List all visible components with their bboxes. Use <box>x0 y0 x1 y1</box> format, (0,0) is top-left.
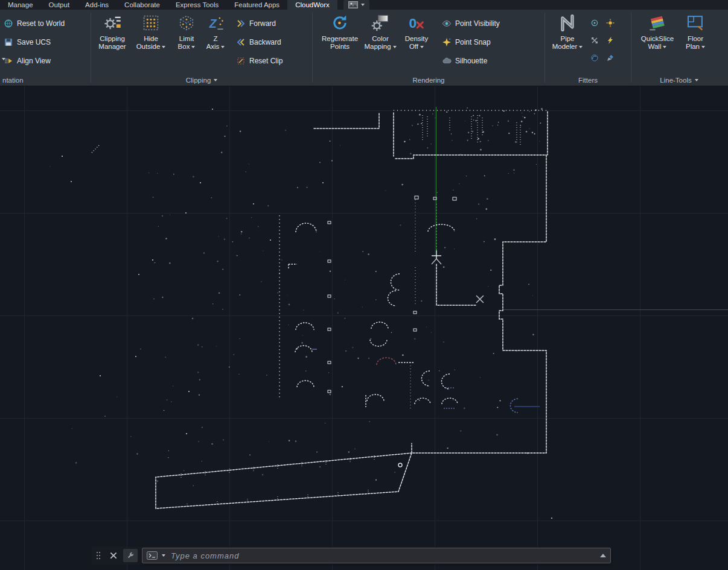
limit-box-icon <box>177 13 196 33</box>
chevron-down-icon <box>221 46 225 48</box>
color-mapping-icon <box>371 13 390 33</box>
forward-button[interactable]: Forward <box>232 17 286 30</box>
ribbon-tab-bar: Manage Output Add-ins Collaborate Expres… <box>0 0 728 10</box>
chevron-down-icon <box>579 46 583 48</box>
fit-point-icon <box>590 19 599 27</box>
tab-add-ins[interactable]: Add-ins <box>77 0 117 10</box>
ribbon-group-orientation: Reset to World Save UCS Align View ntati… <box>0 10 91 86</box>
point-snap-icon <box>442 37 452 47</box>
line-tools-group-label[interactable]: Line-Tools <box>631 74 727 86</box>
customize-wrench-icon[interactable] <box>123 549 138 562</box>
fit-lightning-icon <box>606 36 615 45</box>
pipe-modeler-button[interactable]: Pipe Modeler <box>550 10 585 74</box>
command-input-bar[interactable] <box>142 548 611 563</box>
dock-grip-icon[interactable] <box>93 549 104 562</box>
drawing-viewport[interactable] <box>0 86 728 570</box>
picture-icon <box>348 1 358 8</box>
color-mapping-button[interactable]: Color Mapping <box>361 10 400 74</box>
reset-clip-button[interactable]: Reset Clip <box>232 54 286 68</box>
tab-manage[interactable]: Manage <box>0 0 41 10</box>
svg-text:Z: Z <box>209 17 217 30</box>
tab-featured-apps[interactable]: Featured Apps <box>226 0 287 10</box>
silhouette-button[interactable]: Silhouette <box>438 54 503 68</box>
forward-icon <box>236 19 246 28</box>
ribbon-group-clipping: Clipping Manager Hide Outside Limit Box … <box>91 10 312 86</box>
fit-sun-button[interactable] <box>603 14 618 31</box>
command-line-dock <box>92 546 612 565</box>
ribbon-group-fitters: Pipe Modeler Fitters <box>545 10 631 86</box>
tab-cloudworx[interactable]: CloudWorx <box>287 0 337 10</box>
fit-lightning-button[interactable] <box>603 32 618 48</box>
density-off-button[interactable]: 0 Density Off <box>400 10 433 74</box>
fit-pencil-icon <box>606 54 615 62</box>
fitters-group-label: Fitters <box>545 74 631 86</box>
z-axis-icon: Z <box>206 13 225 33</box>
save-ucs-icon <box>4 37 13 47</box>
fit-sphere-button[interactable] <box>587 49 602 66</box>
silhouette-icon <box>442 56 452 66</box>
floor-plan-button[interactable]: Floor Plan <box>679 10 712 74</box>
reset-to-world-icon <box>4 19 13 28</box>
chevron-down-icon <box>162 46 165 48</box>
close-icon[interactable] <box>108 549 119 562</box>
expand-history-icon[interactable] <box>600 554 606 557</box>
quickslice-wall-button[interactable]: QuickSlice Wall <box>636 10 679 74</box>
command-input[interactable] <box>170 551 596 561</box>
ribbon: Reset to World Save UCS Align View ntati… <box>0 10 728 86</box>
ucs-marker <box>432 250 441 264</box>
backward-button[interactable]: Backward <box>232 36 286 49</box>
pipe-modeler-icon <box>558 13 577 33</box>
clipping-group-label[interactable]: Clipping <box>91 74 312 86</box>
ribbon-group-line-tools: QuickSlice Wall Floor Plan Line-Tools <box>631 10 727 86</box>
chevron-down-icon <box>701 46 705 48</box>
orientation-group-label: ntation <box>0 74 91 86</box>
crosshair-x-marker <box>476 296 484 303</box>
display-mode-tab[interactable] <box>343 0 369 10</box>
fit-arrows-icon <box>590 36 599 45</box>
chevron-down-icon <box>361 4 365 6</box>
fit-point-button[interactable] <box>587 14 602 31</box>
save-ucs-button[interactable]: Save UCS <box>0 36 54 49</box>
fit-pencil-button[interactable] <box>603 49 618 66</box>
clipping-manager-icon <box>103 13 122 33</box>
tab-output[interactable]: Output <box>41 0 78 10</box>
svg-text:0: 0 <box>409 15 417 31</box>
rendering-group-label: Rendering <box>313 74 544 86</box>
tab-collaborate[interactable]: Collaborate <box>117 0 168 10</box>
point-visibility-button[interactable]: Point Visibility <box>438 17 503 30</box>
chevron-down-icon <box>695 79 698 81</box>
ribbon-group-rendering: Regenerate Points Color Mapping 0 Densit… <box>313 10 544 86</box>
align-view-label: Align View <box>17 57 51 65</box>
chevron-down-icon <box>214 79 217 81</box>
reset-to-world-button[interactable]: Reset to World <box>0 17 68 30</box>
reset-to-world-label: Reset to World <box>17 19 65 28</box>
collapsed-panel-chevron-icon[interactable] <box>2 58 5 60</box>
z-axis-button[interactable]: Z Z Axis <box>202 10 229 74</box>
tab-express-tools[interactable]: Express Tools <box>168 0 226 10</box>
chevron-down-icon <box>191 46 195 48</box>
drawing-canvas[interactable] <box>0 86 728 570</box>
reset-clip-icon <box>236 56 246 66</box>
hide-outside-icon <box>141 13 161 33</box>
point-snap-button[interactable]: Point Snap <box>438 36 503 49</box>
floor-plan-icon <box>686 13 705 33</box>
point-visibility-icon <box>442 19 452 28</box>
backward-icon <box>236 37 246 47</box>
point-cloud <box>49 107 552 519</box>
fit-arrows-button[interactable] <box>587 32 602 48</box>
regenerate-points-icon <box>330 13 350 33</box>
command-prompt-icon <box>147 551 158 560</box>
hide-outside-button[interactable]: Hide Outside <box>131 10 171 74</box>
grid-lines <box>0 86 728 570</box>
fit-sphere-icon <box>590 54 599 62</box>
align-view-button[interactable]: Align View <box>0 54 54 68</box>
chevron-down-icon <box>393 46 397 48</box>
fit-sun-icon <box>606 19 615 27</box>
clipping-manager-button[interactable]: Clipping Manager <box>94 10 131 74</box>
save-ucs-label: Save UCS <box>17 38 51 46</box>
chevron-down-icon[interactable] <box>162 554 165 557</box>
limit-box-button[interactable]: Limit Box <box>171 10 202 74</box>
regenerate-points-button[interactable]: Regenerate Points <box>319 10 361 74</box>
quickslice-wall-icon <box>648 13 667 33</box>
chevron-down-icon <box>420 46 424 48</box>
